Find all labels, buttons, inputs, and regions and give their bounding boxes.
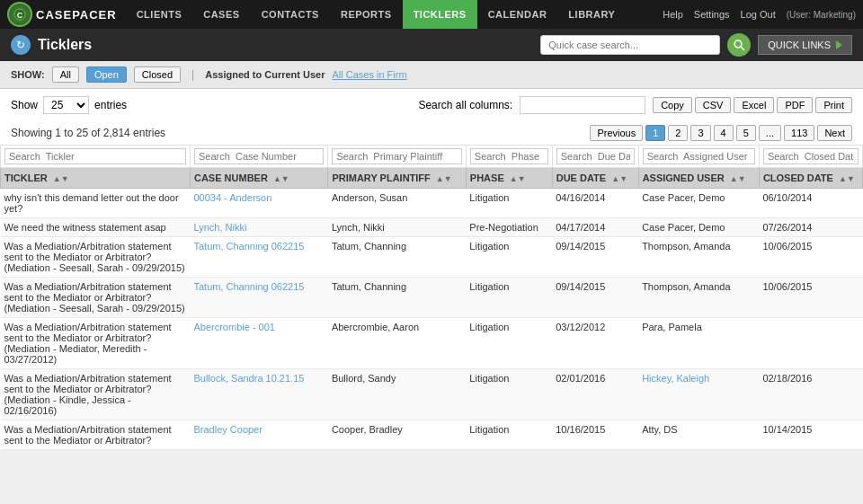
table-cell: Tatum, Channing: [328, 237, 466, 278]
table-cell[interactable]: Tatum, Channing 062215: [190, 278, 327, 318]
table-cell: Pre-Negotiation: [466, 218, 552, 237]
case-number-link[interactable]: Abercrombie - 001: [193, 322, 275, 332]
print-button[interactable]: Print: [815, 97, 852, 113]
table-cell: Litigation: [466, 318, 552, 369]
show-label: SHOW:: [11, 69, 45, 80]
table-cell: Tatum, Channing: [328, 278, 466, 318]
pdf-button[interactable]: PDF: [777, 97, 813, 113]
logo: C CASEPACER: [7, 2, 117, 27]
table-cell[interactable]: Tatum, Channing 062215: [190, 237, 327, 278]
col-header-case[interactable]: CASE NUMBER ▲▼: [190, 168, 327, 189]
page-ellipsis: ...: [759, 125, 781, 141]
page-5-button[interactable]: 5: [736, 125, 756, 141]
table-cell: 03/12/2012: [552, 318, 638, 369]
refresh-button[interactable]: ↻: [11, 35, 31, 55]
table-cell[interactable]: Abercrombie - 001: [190, 318, 327, 369]
case-number-link[interactable]: Tatum, Channing 062215: [193, 281, 304, 292]
table-cell[interactable]: Bradley Cooper: [190, 420, 327, 450]
all-cases-in-firm[interactable]: All Cases in Firm: [332, 69, 406, 80]
page-title: Ticklers: [38, 37, 533, 53]
filter-all[interactable]: All: [52, 66, 79, 83]
case-number-link[interactable]: 00034 - Anderson: [193, 192, 271, 203]
page-4-button[interactable]: 4: [714, 125, 734, 141]
logout-link[interactable]: Log Out: [741, 9, 776, 20]
table-cell: 09/14/2015: [552, 278, 638, 318]
logo-text: CASEPACER: [36, 8, 117, 22]
page-3-button[interactable]: 3: [690, 125, 710, 141]
search-plaintiff-cell: [328, 146, 466, 168]
table-cell: [759, 318, 862, 369]
table-cell[interactable]: Lynch, Nikki: [190, 218, 327, 237]
search-due-input[interactable]: [556, 148, 635, 164]
quick-links-button[interactable]: QUICK LINKS: [758, 35, 852, 55]
col-header-phase[interactable]: PHASE ▲▼: [466, 168, 552, 189]
table-cell: 10/16/2015: [552, 420, 638, 450]
table-cell: Lynch, Nikki: [328, 218, 466, 237]
search-all-label: Search all columns:: [418, 99, 512, 111]
previous-page-button[interactable]: Previous: [590, 125, 643, 141]
nav-cases[interactable]: CASES: [192, 0, 250, 29]
table-cell[interactable]: 00034 - Anderson: [190, 189, 327, 218]
table-cell: Abercrombie, Aaron: [328, 318, 466, 369]
quick-search-input[interactable]: [540, 35, 720, 55]
assigned-current-user[interactable]: Assigned to Current User: [205, 69, 325, 80]
search-tickler-input[interactable]: [4, 148, 186, 164]
search-phase-input[interactable]: [470, 148, 548, 164]
csv-button[interactable]: CSV: [695, 97, 732, 113]
table-cell: Was a Mediation/Arbitration statement se…: [1, 237, 191, 278]
col-header-assigned[interactable]: ASSIGNED USER ▲▼: [638, 168, 759, 189]
next-page-button[interactable]: Next: [817, 125, 852, 141]
pagination-buttons: Previous 1 2 3 4 5 ... 113 Next: [590, 125, 852, 141]
table-cell: 10/14/2015: [759, 420, 862, 450]
sort-case-icon: ▲▼: [273, 174, 289, 183]
table-cell: Litigation: [466, 237, 552, 278]
table-cell: Litigation: [466, 369, 552, 420]
search-case-input[interactable]: [194, 148, 324, 164]
filter-open[interactable]: Open: [86, 66, 127, 83]
search-due-cell: [552, 146, 638, 168]
table-row: Was a Mediation/Arbitration statement se…: [1, 369, 863, 420]
table-controls: Show 25 50 100 entries Search all column…: [0, 89, 863, 121]
col-header-plaintiff[interactable]: PRIMARY PLAINTIFF ▲▼: [328, 168, 466, 189]
search-all-input[interactable]: [520, 96, 645, 114]
col-header-closed[interactable]: CLOSED DATE ▲▼: [759, 168, 862, 189]
filter-bar: SHOW: All Open Closed | Assigned to Curr…: [0, 61, 863, 89]
nav-library[interactable]: LIBRARY: [557, 0, 626, 29]
settings-link[interactable]: Settings: [694, 9, 730, 20]
table-cell: Case Pacer, Demo: [638, 218, 759, 237]
nav-calendar[interactable]: CALENDAR: [477, 0, 558, 29]
excel-button[interactable]: Excel: [734, 97, 774, 113]
case-number-link[interactable]: Bradley Cooper: [193, 424, 262, 435]
search-plaintiff-input[interactable]: [332, 148, 461, 164]
pagination-row: Showing 1 to 25 of 2,814 entries Previou…: [0, 121, 863, 145]
table-cell: Thompson, Amanda: [638, 278, 759, 318]
search-icon[interactable]: [727, 33, 751, 57]
col-header-tickler[interactable]: TICKLER ▲▼: [1, 168, 191, 189]
sub-header: ↻ Ticklers QUICK LINKS: [0, 29, 863, 61]
page-last-button[interactable]: 113: [784, 125, 814, 141]
table-cell: Para, Pamela: [638, 318, 759, 369]
search-assigned-input[interactable]: [643, 148, 755, 164]
assigned-user-link[interactable]: Hickey, Kaleigh: [642, 373, 709, 384]
nav-clients[interactable]: CLIENTS: [126, 0, 193, 29]
table-cell[interactable]: Bullock, Sandra 10.21.15: [190, 369, 327, 420]
copy-button[interactable]: Copy: [653, 97, 692, 113]
col-header-due[interactable]: DUE DATE ▲▼: [552, 168, 638, 189]
entries-select[interactable]: 25 50 100: [43, 96, 89, 114]
case-number-link[interactable]: Bullock, Sandra 10.21.15: [193, 373, 304, 384]
page-1-button[interactable]: 1: [645, 125, 665, 141]
data-table: TICKLER ▲▼ CASE NUMBER ▲▼ PRIMARY PLAINT…: [0, 145, 863, 450]
case-number-link[interactable]: Tatum, Channing 062215: [193, 241, 304, 252]
case-number-link[interactable]: Lynch, Nikki: [193, 222, 246, 233]
nav-ticklers[interactable]: TICKLERS: [403, 0, 477, 29]
search-closed-input[interactable]: [763, 148, 859, 164]
nav-contacts[interactable]: CONTACTS: [251, 0, 330, 29]
search-row: [1, 146, 863, 168]
table-cell: Was a Mediation/Arbitration statement se…: [1, 420, 191, 450]
table-cell: 06/10/2014: [759, 189, 862, 218]
help-link[interactable]: Help: [663, 9, 683, 20]
table-cell: Cooper, Bradley: [328, 420, 466, 450]
filter-closed[interactable]: Closed: [134, 66, 181, 83]
nav-reports[interactable]: REPORTS: [330, 0, 403, 29]
page-2-button[interactable]: 2: [668, 125, 688, 141]
